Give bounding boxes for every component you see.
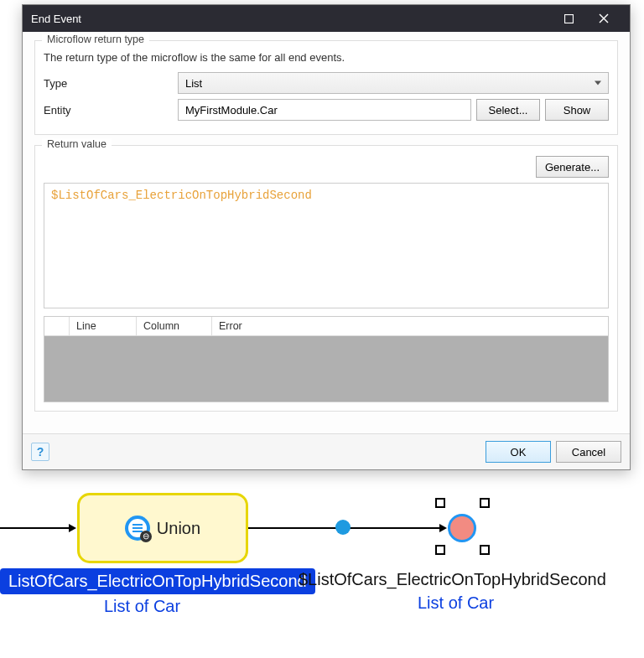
union-activity[interactable]: ⊖ Union — [77, 493, 248, 563]
selection-handle[interactable] — [480, 545, 490, 555]
end-event-circle-icon — [448, 514, 476, 542]
union-output-variable[interactable]: ListOfCars_ElectricOnTopHybridSecond — [0, 568, 315, 594]
microflow-canvas[interactable]: ⊖ Union ListOfCars_ElectricOnTopHybridSe… — [0, 486, 644, 658]
end-return-expression: $ListOfCars_ElectricOnTopHybridSecond — [299, 570, 606, 589]
col-error: Error — [212, 317, 608, 335]
show-button[interactable]: Show — [545, 99, 609, 121]
dialog-footer: ? OK Cancel — [23, 433, 630, 469]
titlebar[interactable]: End Event — [23, 5, 630, 32]
flow-edge — [0, 527, 70, 529]
svg-rect-0 — [564, 14, 573, 23]
help-icon[interactable]: ? — [31, 443, 49, 461]
entity-label: Entity — [44, 104, 178, 117]
selection-handle[interactable] — [435, 498, 445, 508]
arrowhead-icon — [69, 524, 76, 532]
dialog-title: End Event — [31, 13, 551, 25]
return-value-group: Return value Generate... Line Column Err… — [34, 145, 618, 412]
ok-button[interactable]: OK — [486, 441, 551, 463]
end-return-type: List of Car — [418, 593, 494, 613]
union-output-type: List of Car — [104, 597, 180, 616]
microflow-hint: The return type of the microflow is the … — [44, 51, 609, 64]
selection-handle[interactable] — [435, 545, 445, 555]
type-dropdown-value: List — [185, 77, 202, 90]
microflow-legend: Microflow return type — [42, 34, 149, 45]
error-table-body[interactable] — [44, 336, 608, 402]
expression-editor[interactable] — [44, 183, 609, 308]
error-table-header: Line Column Error — [44, 317, 608, 336]
entity-input[interactable] — [178, 99, 471, 121]
microflow-return-type-group: Microflow return type The return type of… — [34, 40, 618, 135]
sequence-point-icon[interactable] — [335, 520, 351, 535]
col-index — [44, 317, 70, 335]
selection-handle[interactable] — [480, 498, 490, 508]
maximize-button[interactable] — [551, 5, 586, 32]
generate-button[interactable]: Generate... — [536, 156, 609, 178]
error-table: Line Column Error — [44, 316, 609, 402]
select-button[interactable]: Select... — [476, 99, 540, 121]
entity-row: Entity Select... Show — [44, 99, 609, 121]
type-dropdown[interactable]: List — [178, 72, 609, 94]
col-column: Column — [137, 317, 212, 335]
type-label: Type — [44, 77, 178, 90]
type-row: Type List — [44, 72, 609, 94]
end-event-node[interactable] — [429, 498, 496, 557]
end-event-dialog: End Event Microflow return type The retu… — [22, 4, 631, 470]
list-operation-icon: ⊖ — [125, 516, 150, 541]
union-label: Union — [157, 519, 200, 538]
chevron-down-icon — [595, 81, 601, 85]
close-button[interactable] — [586, 5, 621, 32]
return-value-legend: Return value — [42, 138, 112, 150]
cancel-button[interactable]: Cancel — [556, 441, 621, 463]
dialog-body: Microflow return type The return type of… — [23, 32, 630, 433]
col-line: Line — [70, 317, 137, 335]
